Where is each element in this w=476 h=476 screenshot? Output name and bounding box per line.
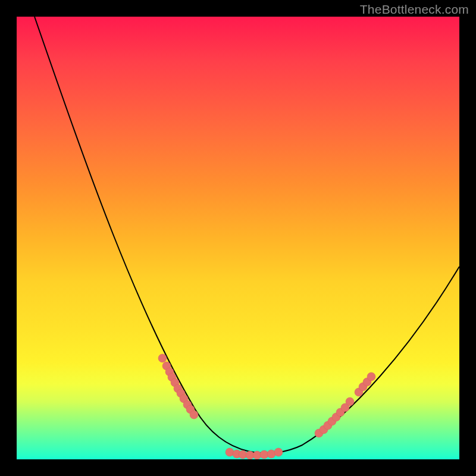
left-point-0 [158, 354, 167, 362]
chart-frame: TheBottleneck.com [0, 0, 476, 476]
points-right-cluster [315, 372, 375, 437]
chart-svg [17, 17, 459, 459]
points-bottom-cluster [226, 448, 283, 459]
plot-area [17, 17, 459, 459]
right-point-11 [367, 372, 375, 381]
bottleneck-curve [35, 17, 459, 453]
right-point-7 [346, 397, 354, 406]
left-point-10 [190, 411, 198, 419]
bottom-point-0 [226, 448, 234, 456]
watermark-text: TheBottleneck.com [360, 2, 469, 17]
bottom-point-7 [274, 448, 283, 456]
points-left-cluster [158, 354, 198, 419]
bottom-point-6 [267, 450, 275, 458]
